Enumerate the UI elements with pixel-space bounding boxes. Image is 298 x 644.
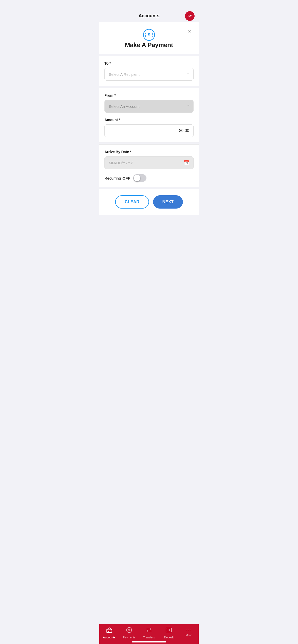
to-section: To * Select A Recipient ⌃ [99, 56, 199, 86]
avatar[interactable]: SY [185, 11, 195, 21]
to-label: To * [104, 61, 194, 65]
action-buttons: CLEAR NEXT [99, 189, 199, 215]
recurring-toggle[interactable] [133, 174, 146, 182]
from-select-wrapper[interactable]: Select An Account ⌃ [104, 100, 194, 113]
page-title: Accounts [139, 13, 159, 19]
date-input[interactable]: MM/DD/YYYY 📅 [104, 156, 194, 169]
header: Accounts SY [99, 0, 199, 22]
modal-title: Make A Payment [125, 41, 173, 49]
date-recurring-section: Arrive By Date * MM/DD/YYYY 📅 Recurring … [99, 144, 199, 187]
date-label: Arrive By Date * [104, 150, 194, 154]
amount-input[interactable] [104, 124, 194, 137]
calendar-icon: 📅 [184, 160, 189, 166]
from-section: From * Select An Account ⌃ Amount * [99, 88, 199, 142]
svg-text:$: $ [148, 32, 150, 37]
to-select-wrapper[interactable]: Select A Recipient ⌃ [104, 68, 194, 81]
main-content: $ Make A Payment × To * Select A Recipie… [99, 22, 199, 235]
toggle-thumb [134, 175, 140, 181]
recurring-row: Recurring OFF [104, 174, 194, 182]
close-button[interactable]: × [185, 27, 194, 35]
payment-icon: $ [142, 28, 156, 41]
clear-button[interactable]: CLEAR [115, 195, 149, 209]
amount-input-wrapper [104, 124, 194, 137]
chevron-down-icon: ⌃ [187, 72, 190, 77]
to-select[interactable]: Select A Recipient ⌃ [104, 68, 194, 81]
amount-label: Amount * [104, 118, 194, 122]
from-label: From * [104, 93, 194, 97]
payment-header: $ Make A Payment × [99, 22, 199, 54]
next-button[interactable]: NEXT [153, 195, 183, 209]
chevron-down-icon: ⌃ [187, 104, 190, 109]
amount-section: Amount * [104, 118, 194, 137]
from-select[interactable]: Select An Account ⌃ [104, 100, 194, 113]
recurring-label: Recurring [104, 176, 121, 180]
recurring-status: OFF [123, 176, 130, 180]
